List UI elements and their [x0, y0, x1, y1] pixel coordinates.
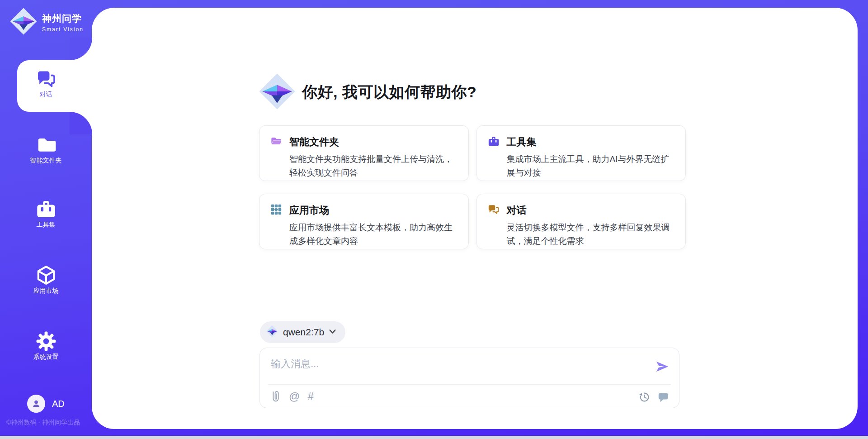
user-initials: AD — [52, 399, 65, 409]
brand: 神州问学 Smart Vision — [9, 7, 84, 38]
chat-icon — [657, 391, 669, 403]
sidebar-item-toolset[interactable]: 工具集 — [0, 198, 92, 229]
card-description: 灵活切换多模型文件，支持多样回复效果调试，满足个性化需求 — [507, 221, 675, 248]
model-selector[interactable]: qwen2:7b — [260, 321, 345, 343]
greeting: 你好, 我可以如何帮助你? — [258, 72, 476, 113]
card-toolset[interactable]: 工具集 集成市场上主流工具，助力AI与外界无缝扩展与对接 — [476, 125, 686, 181]
model-name: qwen2:7b — [283, 327, 324, 338]
card-description: 智能文件夹功能支持批量文件上传与清洗，轻松实现文件问答 — [289, 153, 458, 180]
card-title: 智能文件夹 — [289, 135, 339, 149]
toolbox-icon — [488, 135, 500, 149]
send-button[interactable] — [655, 359, 670, 375]
greeting-title: 你好, 我可以如何帮助你? — [302, 82, 476, 103]
folder-icon — [270, 135, 282, 149]
feature-cards: 智能文件夹 智能文件夹功能支持批量文件上传与清洗，轻松实现文件问答 工具集 集成… — [259, 125, 686, 249]
history-icon — [639, 391, 650, 403]
toolbox-icon — [0, 198, 92, 220]
avatar — [27, 395, 45, 413]
mention-button[interactable]: @ — [289, 390, 300, 403]
greeting-logo-icon — [258, 72, 297, 113]
send-icon — [655, 359, 670, 374]
card-chat[interactable]: 对话 灵活切换多模型文件，支持多样回复效果调试，满足个性化需求 — [476, 194, 686, 249]
grid-icon — [270, 204, 282, 217]
app-subtitle: Smart Vision — [42, 26, 84, 33]
card-smart-folder[interactable]: 智能文件夹 智能文件夹功能支持批量文件上传与清洗，轻松实现文件问答 — [259, 125, 469, 181]
hashtag-button[interactable]: # — [307, 390, 313, 403]
person-icon — [31, 398, 42, 409]
history-button[interactable] — [639, 391, 650, 403]
chat-icon — [488, 204, 500, 217]
folder-icon — [0, 134, 92, 156]
sidebar: 神州问学 Smart Vision 对话 智能文件夹 — [0, 0, 92, 439]
at-icon: @ — [289, 390, 300, 403]
active-bubble-curve-top — [70, 38, 92, 60]
sidebar-item-label: 系统设置 — [0, 353, 92, 361]
main-content: 你好, 我可以如何帮助你? 智能文件夹 智能文件夹功能支持批量文件上传与清洗，轻… — [0, 0, 868, 439]
user-account[interactable]: AD — [27, 395, 65, 413]
sidebar-item-label: 智能文件夹 — [0, 157, 92, 165]
card-app-market[interactable]: 应用市场 应用市场提供丰富长文本模板，助力高效生成多样化文章内容 — [259, 194, 469, 249]
active-bubble-curve-bottom — [70, 112, 92, 134]
card-title: 应用市场 — [289, 204, 329, 217]
bottom-edge-strip — [0, 436, 868, 439]
chat-icon — [0, 68, 92, 90]
paperclip-icon — [270, 391, 281, 403]
cube-icon — [0, 264, 92, 286]
card-title: 工具集 — [507, 135, 537, 149]
chevron-down-icon — [329, 328, 336, 337]
gear-icon — [0, 330, 92, 352]
copyright-text: ©神州数码 · 神州问学出品 — [6, 419, 80, 427]
message-input[interactable] — [271, 356, 623, 372]
model-logo-icon — [266, 325, 278, 339]
sidebar-item-label: 工具集 — [0, 221, 92, 229]
card-description: 集成市场上主流工具，助力AI与外界无缝扩展与对接 — [507, 153, 675, 180]
sidebar-item-settings[interactable]: 系统设置 — [0, 330, 92, 361]
message-composer: @ # — [259, 348, 679, 408]
sidebar-item-app-market[interactable]: 应用市场 — [0, 264, 92, 295]
sidebar-item-label: 对话 — [0, 91, 92, 99]
app-logo-icon — [9, 7, 38, 38]
card-title: 对话 — [507, 204, 527, 217]
hash-icon: # — [307, 390, 313, 403]
attach-button[interactable] — [270, 391, 281, 403]
sidebar-item-label: 应用市场 — [0, 287, 92, 295]
sidebar-item-chat[interactable]: 对话 — [0, 68, 92, 99]
sidebar-item-smart-folder[interactable]: 智能文件夹 — [0, 134, 92, 165]
card-description: 应用市场提供丰富长文本模板，助力高效生成多样化文章内容 — [289, 221, 458, 248]
composer-divider — [268, 384, 671, 385]
chat-bubble-button[interactable] — [657, 391, 669, 403]
app-title: 神州问学 — [42, 13, 82, 24]
